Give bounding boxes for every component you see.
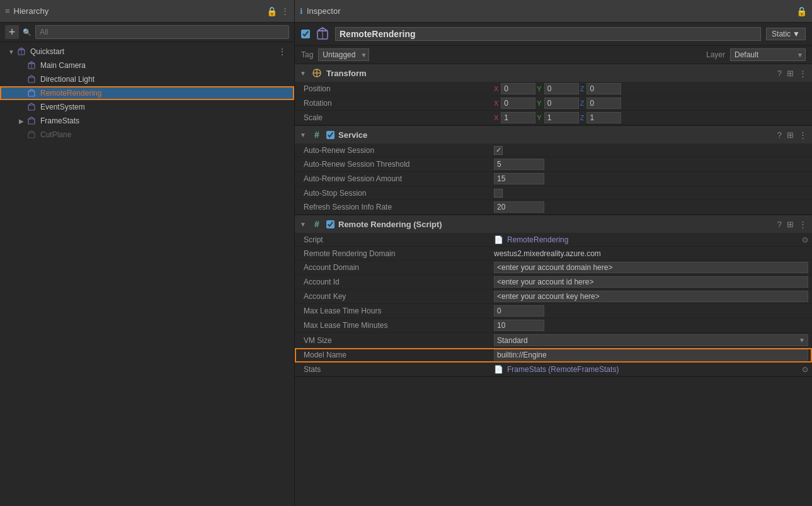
model-name-input[interactable]: [494, 349, 808, 361]
x-label: X: [494, 114, 498, 121]
more-icon[interactable]: ⋮: [281, 6, 289, 16]
service-settings-btn[interactable]: ⊞: [787, 130, 794, 140]
scale-z-input[interactable]: [586, 112, 621, 123]
script-help-btn[interactable]: ?: [777, 220, 782, 229]
static-dropdown[interactable]: Static ▼: [766, 28, 806, 40]
model-name-value: [490, 348, 812, 362]
account-domain-row: Account Domain: [295, 261, 812, 275]
auto-renew-amount-row: Auto-Renew Session Amount: [295, 172, 812, 186]
lock-icon[interactable]: 🔒: [266, 6, 277, 16]
inspector-header: ℹ Inspector 🔒: [295, 0, 812, 23]
script-settings-btn[interactable]: ⊞: [787, 220, 794, 229]
item-more-btn[interactable]: ⋮: [275, 47, 289, 57]
transform-help-btn[interactable]: ?: [777, 69, 782, 78]
gameobject-icon: [315, 26, 330, 42]
vm-size-dropdown-wrapper[interactable]: Standard Premium ▼: [494, 334, 808, 346]
transform-header[interactable]: ▼ Transform ? ⊞ ⋮: [295, 64, 812, 82]
script-actions: ? ⊞ ⋮: [777, 220, 807, 229]
transform-section: ▼ Transform ? ⊞ ⋮ Position: [295, 64, 812, 126]
remote-rendering-script-header[interactable]: ▼ # Remote Rendering (Script) ? ⊞ ⋮: [295, 215, 812, 233]
vm-size-dropdown[interactable]: Standard Premium: [495, 336, 796, 345]
domain-value: westus2.mixedreality.azure.com: [490, 248, 812, 259]
hierarchy-item-quickstart[interactable]: ▼ Quickstart ⋮: [0, 45, 294, 59]
rotation-y-input[interactable]: [544, 98, 579, 109]
service-active-checkbox[interactable]: [326, 131, 335, 139]
y-label: Y: [537, 85, 541, 93]
script-target-icon[interactable]: ⊙: [802, 235, 808, 244]
service-more-btn[interactable]: ⋮: [799, 130, 807, 140]
service-header[interactable]: ▼ # Service ? ⊞ ⋮: [295, 126, 812, 143]
service-help-btn[interactable]: ?: [777, 130, 782, 140]
account-domain-input[interactable]: [494, 262, 808, 273]
scale-xyz: X Y Z: [494, 112, 621, 123]
refresh-rate-input[interactable]: [494, 201, 544, 213]
account-id-input[interactable]: [494, 276, 808, 288]
hierarchy-title: Hierarchy: [14, 6, 263, 16]
account-key-row: Account Key: [295, 290, 812, 304]
scale-x-input[interactable]: [501, 112, 535, 123]
hierarchy-item-remote-rendering[interactable]: ▶ RemoteRendering: [0, 86, 294, 100]
add-button[interactable]: +: [5, 25, 19, 39]
auto-renew-threshold-label: Auto-Renew Session Threshold: [295, 158, 490, 171]
inspector-panel: ℹ Inspector 🔒 Static ▼ Tag: [295, 0, 812, 506]
lock-icon[interactable]: 🔒: [796, 6, 807, 16]
svg-rect-9: [28, 119, 35, 124]
auto-renew-amount-value: [490, 172, 812, 186]
tag-dropdown-wrapper[interactable]: Untagged ▼: [318, 48, 369, 61]
model-name-label: Model Name: [295, 349, 490, 361]
tag-dropdown[interactable]: Untagged: [318, 48, 369, 61]
gameobject-name-field[interactable]: [335, 27, 761, 41]
service-expand-arrow: ▼: [300, 132, 307, 138]
account-key-input[interactable]: [494, 291, 808, 302]
inspector-title: Inspector: [307, 6, 792, 16]
cube-icon: [16, 47, 26, 57]
rotation-z-input[interactable]: [586, 98, 621, 109]
gameobject-active-checkbox[interactable]: [301, 30, 310, 38]
rotation-value: X Y Z: [490, 96, 812, 110]
transform-more-btn[interactable]: ⋮: [799, 69, 807, 78]
auto-renew-threshold-input[interactable]: [494, 159, 544, 170]
svg-rect-6: [28, 77, 35, 82]
hierarchy-item-label: RemoteRendering: [40, 89, 101, 98]
hierarchy-item-directional-light[interactable]: ▶ Directional Light: [0, 72, 294, 86]
auto-renew-amount-input[interactable]: [494, 173, 544, 184]
stats-file-icon: 📄: [494, 365, 503, 374]
position-y-input[interactable]: [544, 83, 579, 94]
stats-label: Stats: [295, 363, 490, 376]
position-x-input[interactable]: [501, 83, 535, 94]
layer-label: Layer: [706, 50, 725, 59]
auto-renew-checkbox[interactable]: [494, 146, 503, 155]
search-input[interactable]: [35, 25, 289, 39]
hierarchy-item-event-system[interactable]: ▶ EventSystem: [0, 100, 294, 114]
position-xyz: X Y Z: [494, 83, 621, 94]
gameobject-header: Static ▼: [295, 23, 812, 46]
scale-label: Scale: [295, 111, 490, 124]
vm-size-dropdown-arrow: ▼: [796, 337, 808, 344]
account-id-label: Account Id: [295, 276, 490, 288]
domain-label: Remote Rendering Domain: [295, 247, 490, 260]
position-z-input[interactable]: [586, 83, 621, 94]
script-active-checkbox[interactable]: [326, 220, 335, 228]
max-lease-hours-input[interactable]: [494, 305, 544, 317]
script-title: Remote Rendering (Script): [338, 220, 774, 229]
hierarchy-item-main-camera[interactable]: ▶ Main Camera: [0, 59, 294, 72]
y-label: Y: [537, 99, 541, 107]
hierarchy-item-label: CutPlane: [40, 130, 71, 139]
rotation-x-input[interactable]: [501, 98, 535, 109]
domain-row: Remote Rendering Domain westus2.mixedrea…: [295, 247, 812, 261]
layer-dropdown[interactable]: Default: [730, 48, 806, 61]
scale-y-input[interactable]: [544, 112, 579, 123]
hierarchy-item-cut-plane[interactable]: ▶ CutPlane: [0, 128, 294, 142]
script-more-btn[interactable]: ⋮: [799, 220, 807, 229]
layer-dropdown-wrapper[interactable]: Default ▼: [730, 48, 806, 61]
auto-stop-checkbox[interactable]: [494, 189, 503, 198]
x-label: X: [494, 85, 498, 93]
stats-target-icon[interactable]: ⊙: [802, 365, 808, 374]
hierarchy-item-frame-stats[interactable]: ▶ FrameStats: [0, 114, 294, 128]
auto-renew-session-value: [490, 145, 812, 156]
max-lease-hours-row: Max Lease Time Hours: [295, 304, 812, 318]
max-lease-minutes-input[interactable]: [494, 320, 544, 331]
transform-settings-btn[interactable]: ⊞: [787, 69, 794, 78]
position-row: Position X Y Z: [295, 82, 812, 96]
max-lease-minutes-row: Max Lease Time Minutes: [295, 318, 812, 333]
